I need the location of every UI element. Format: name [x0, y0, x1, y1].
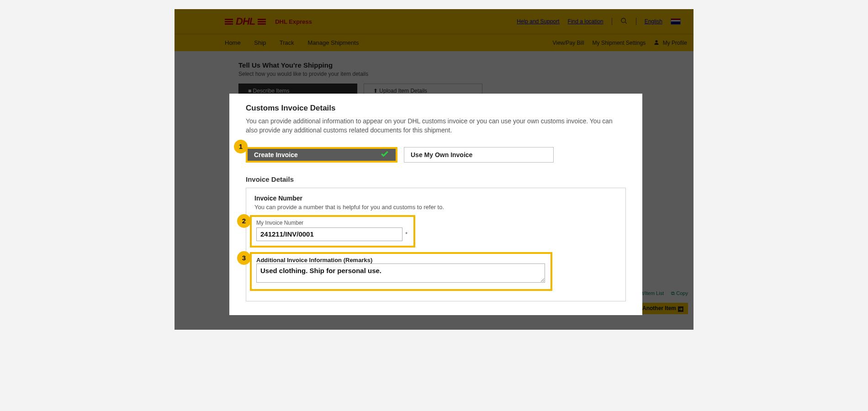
customs-invoice-modal: Customs Invoice Details You can provide … [229, 94, 642, 315]
create-invoice-option[interactable]: Create Invoice [246, 147, 397, 163]
modal-description: You can provide additional information t… [246, 116, 626, 135]
callout-2: 2 [237, 214, 251, 228]
invoice-number-title: Invoice Number [254, 195, 617, 202]
check-icon [380, 149, 389, 160]
create-invoice-label: Create Invoice [254, 151, 298, 158]
invoice-details-panel: Invoice Number You can provide a number … [246, 188, 626, 301]
remarks-input[interactable] [256, 263, 545, 283]
invoice-number-field-label: My Invoice Number [256, 220, 409, 226]
invoice-number-sub: You can provide a number that is helpful… [254, 204, 617, 211]
invoice-number-input[interactable] [256, 227, 402, 241]
invoice-details-section-title: Invoice Details [246, 175, 626, 183]
use-own-invoice-label: Use My Own Invoice [411, 151, 472, 158]
callout-1: 1 [234, 140, 248, 153]
required-indicator: * [405, 231, 408, 237]
callout-3: 3 [237, 251, 251, 265]
remarks-field-label: Additional Invoice Information (Remarks) [256, 257, 546, 263]
modal-title: Customs Invoice Details [246, 104, 626, 113]
use-my-own-invoice-option[interactable]: Use My Own Invoice [404, 147, 554, 163]
